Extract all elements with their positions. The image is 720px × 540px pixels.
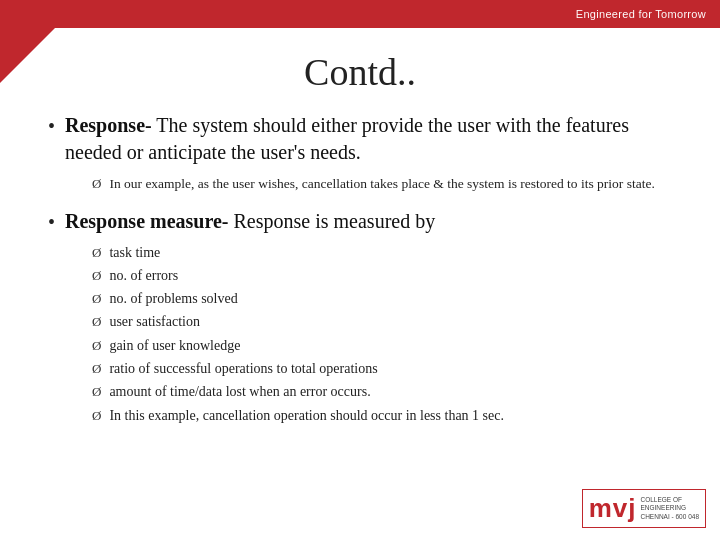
- measure-bullet-8-text: In this example, cancellation operation …: [109, 406, 504, 426]
- measure-bullet-3-text: no. of problems solved: [109, 289, 237, 309]
- main-bullet-response-text: Response- The system should either provi…: [65, 112, 672, 166]
- logo-sub-text: COLLEGE OF ENGINEERING CHENNAI - 600 048: [640, 496, 699, 521]
- arrow-icon-m8: Ø: [92, 408, 101, 424]
- header-title: Engineered for Tomorrow: [576, 8, 706, 20]
- logo-sub-line2: ENGINEERING: [640, 504, 699, 512]
- measure-bullet-6: Ø ratio of successful operations to tota…: [92, 359, 672, 379]
- measure-bullet-1-text: task time: [109, 243, 160, 263]
- measure-bullet-7: Ø amount of time/data lost when an error…: [92, 382, 672, 402]
- measure-bullet-2-text: no. of errors: [109, 266, 178, 286]
- arrow-icon-1: Ø: [92, 176, 101, 192]
- logo-m: m: [589, 493, 613, 523]
- logo-mvj-text: mvj: [589, 493, 637, 524]
- arrow-icon-m7: Ø: [92, 384, 101, 400]
- logo-sub-line1: COLLEGE OF: [640, 496, 699, 504]
- arrow-icon-m5: Ø: [92, 338, 101, 354]
- arrow-icon-m3: Ø: [92, 291, 101, 307]
- response-label: Response-: [65, 114, 152, 136]
- measure-bullet-4-text: user satisfaction: [109, 312, 200, 332]
- response-sub-bullets: Ø In our example, as the user wishes, ca…: [92, 174, 672, 194]
- arrow-icon-m4: Ø: [92, 314, 101, 330]
- measure-bullet-5-text: gain of user knowledge: [109, 336, 240, 356]
- main-bullet-response: • Response- The system should either pro…: [48, 112, 672, 166]
- section-response: • Response- The system should either pro…: [48, 112, 672, 194]
- logo-container: mvj COLLEGE OF ENGINEERING CHENNAI - 600…: [582, 489, 706, 528]
- measure-bullet-4: Ø user satisfaction: [92, 312, 672, 332]
- header-bar: Engineered for Tomorrow: [0, 0, 720, 28]
- response-measure-label: Response measure-: [65, 210, 229, 232]
- main-bullet-response-measure-text: Response measure- Response is measured b…: [65, 208, 435, 235]
- slide-content: Contd.. • Response- The system should ei…: [0, 28, 720, 540]
- main-bullet-response-measure: • Response measure- Response is measured…: [48, 208, 672, 235]
- measure-bullet-5: Ø gain of user knowledge: [92, 336, 672, 356]
- logo-area: mvj COLLEGE OF ENGINEERING CHENNAI - 600…: [582, 489, 706, 528]
- sub-bullet-response-1-text: In our example, as the user wishes, canc…: [109, 174, 654, 194]
- measure-sub-bullets: Ø task time Ø no. of errors Ø no. of pro…: [92, 243, 672, 426]
- logo-v: v: [613, 493, 628, 523]
- response-measure-text: Response is measured by: [229, 210, 436, 232]
- measure-bullet-1: Ø task time: [92, 243, 672, 263]
- arrow-icon-m1: Ø: [92, 245, 101, 261]
- measure-bullet-2: Ø no. of errors: [92, 266, 672, 286]
- section-response-measure: • Response measure- Response is measured…: [48, 208, 672, 426]
- measure-bullet-3: Ø no. of problems solved: [92, 289, 672, 309]
- measure-bullet-8: Ø In this example, cancellation operatio…: [92, 406, 672, 426]
- bullet-dot-1: •: [48, 113, 55, 139]
- measure-bullet-6-text: ratio of successful operations to total …: [109, 359, 377, 379]
- measure-bullet-7-text: amount of time/data lost when an error o…: [109, 382, 370, 402]
- logo-sub-line3: CHENNAI - 600 048: [640, 513, 699, 521]
- arrow-icon-m6: Ø: [92, 361, 101, 377]
- bullet-dot-2: •: [48, 209, 55, 235]
- arrow-icon-m2: Ø: [92, 268, 101, 284]
- slide-title: Contd..: [48, 50, 672, 94]
- logo-j: j: [628, 493, 636, 523]
- sub-bullet-response-1: Ø In our example, as the user wishes, ca…: [92, 174, 672, 194]
